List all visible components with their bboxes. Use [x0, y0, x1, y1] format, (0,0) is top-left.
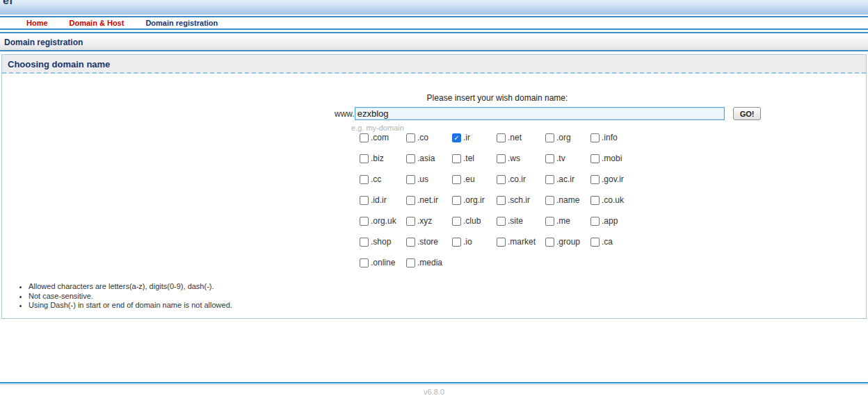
footer: v6.8.0 [0, 382, 868, 396]
checkbox-icon[interactable] [590, 238, 600, 247]
checkbox-icon[interactable] [590, 133, 600, 142]
tld-option-co[interactable]: .co [406, 133, 452, 154]
tld-option-group[interactable]: .group [545, 237, 590, 258]
checkbox-icon[interactable] [406, 175, 415, 184]
checkbox-icon[interactable] [497, 217, 506, 226]
checkbox-icon[interactable] [360, 238, 369, 247]
tld-option-net[interactable]: .net [497, 133, 545, 154]
tld-option-tel[interactable]: .tel [452, 154, 497, 174]
tld-option-site[interactable]: .site [497, 216, 545, 237]
checkbox-icon[interactable] [406, 258, 415, 267]
checkbox-icon[interactable] [406, 133, 415, 142]
checkbox-icon[interactable] [590, 196, 600, 205]
tld-option-org-uk[interactable]: .org.uk [360, 216, 406, 237]
tld-option-me[interactable]: .me [545, 216, 590, 237]
checkbox-icon[interactable] [452, 154, 461, 163]
checkbox-icon[interactable] [452, 175, 461, 184]
tld-option-gov-ir[interactable]: .gov.ir [590, 174, 646, 195]
choosing-domain-panel: Choosing domain name Please insert your … [1, 54, 867, 319]
tld-option-com[interactable]: .com [360, 133, 406, 154]
tld-option-io[interactable]: .io [452, 237, 497, 258]
checkbox-icon[interactable] [452, 196, 461, 205]
checkbox-icon[interactable] [360, 175, 369, 184]
tld-option-org[interactable]: .org [545, 133, 590, 154]
checkbox-icon[interactable] [497, 238, 506, 247]
tld-option-market[interactable]: .market [497, 237, 545, 258]
tld-option-net-ir[interactable]: .net.ir [406, 195, 452, 216]
tld-label: .tel [463, 154, 474, 164]
tld-option-ca[interactable]: .ca [590, 237, 646, 258]
tld-option-ac-ir[interactable]: .ac.ir [545, 174, 590, 195]
tld-label: .us [417, 174, 428, 185]
checkbox-icon[interactable] [590, 175, 600, 184]
checkbox-icon[interactable] [406, 154, 415, 163]
checkbox-icon[interactable] [545, 175, 554, 184]
tld-option-online[interactable]: .online [360, 258, 406, 279]
tld-option-media[interactable]: .media [406, 258, 452, 279]
domain-rules-list: Allowed characters are letters(a-z), dig… [19, 282, 232, 311]
tld-option-id-ir[interactable]: .id.ir [360, 195, 406, 216]
tld-option-tv[interactable]: .tv [545, 154, 590, 174]
tld-option-mobi[interactable]: .mobi [590, 154, 646, 174]
tld-option-name[interactable]: .name [545, 195, 590, 216]
tld-option-asia[interactable]: .asia [406, 154, 452, 174]
checkbox-checked-icon[interactable]: ✓ [452, 133, 461, 142]
checkbox-icon[interactable] [497, 175, 506, 184]
tld-option-info[interactable]: .info [590, 133, 646, 154]
tld-option-store[interactable]: .store [406, 237, 452, 258]
checkbox-icon[interactable] [360, 258, 369, 267]
checkbox-icon[interactable] [590, 217, 600, 226]
checkbox-icon[interactable] [545, 196, 554, 205]
domain-rule-item: Using Dash(-) in start or end of domain … [29, 301, 232, 311]
checkbox-icon[interactable] [360, 154, 369, 163]
tld-option-org-ir[interactable]: .org.ir [452, 195, 497, 216]
tld-option-app[interactable]: .app [590, 216, 646, 237]
nav-item-home[interactable]: Home [26, 19, 48, 27]
tld-label: .co.ir [508, 174, 526, 185]
checkbox-icon[interactable] [545, 154, 554, 163]
tld-option-co-ir[interactable]: .co.ir [497, 174, 545, 195]
tld-label: .sch.ir [508, 195, 530, 206]
checkbox-icon[interactable] [360, 196, 369, 205]
tld-label: .app [602, 216, 618, 226]
checkbox-icon[interactable] [545, 238, 554, 247]
checkbox-icon[interactable] [497, 133, 506, 142]
tld-option-co-uk[interactable]: .co.uk [590, 195, 646, 216]
checkbox-icon[interactable] [545, 217, 554, 226]
checkbox-icon[interactable] [406, 217, 415, 226]
tld-label: .club [463, 216, 481, 226]
tld-option-biz[interactable]: .biz [360, 154, 406, 174]
tld-label: .site [508, 216, 523, 226]
tld-option-ws[interactable]: .ws [497, 154, 545, 174]
tld-label: .ws [508, 154, 520, 164]
checkbox-icon[interactable] [545, 133, 554, 142]
tld-label: .shop [371, 237, 391, 247]
checkbox-icon[interactable] [452, 217, 461, 226]
checkbox-icon[interactable] [406, 196, 415, 205]
checkbox-icon[interactable] [360, 133, 369, 142]
tld-option-xyz[interactable]: .xyz [406, 216, 452, 237]
domain-rule-item: Not case-sensitive. [29, 292, 232, 302]
checkbox-icon[interactable] [497, 154, 506, 163]
tld-option-club[interactable]: .club [452, 216, 497, 237]
page-title: Domain registration [4, 38, 83, 47]
checkbox-icon[interactable] [360, 217, 369, 226]
tld-option-ir[interactable]: ✓.ir [452, 133, 497, 154]
domain-name-input[interactable] [355, 107, 725, 120]
tld-label: .mobi [602, 154, 622, 164]
tld-label: .net [508, 133, 522, 143]
go-button[interactable]: GO! [733, 107, 762, 120]
nav-item-domain-host[interactable]: Domain & Host [70, 19, 124, 27]
tld-label: .net.ir [417, 195, 438, 206]
checkbox-icon[interactable] [590, 154, 600, 163]
checkbox-icon[interactable] [452, 238, 461, 247]
panel-title: Choosing domain name [8, 59, 110, 69]
tld-option-shop[interactable]: .shop [360, 237, 406, 258]
tld-option-eu[interactable]: .eu [452, 174, 497, 195]
checkbox-icon[interactable] [406, 238, 415, 247]
checkbox-icon[interactable] [497, 196, 506, 205]
nav-item-domain-registration[interactable]: Domain registration [145, 19, 218, 27]
tld-option-cc[interactable]: .cc [360, 174, 406, 195]
tld-option-sch-ir[interactable]: .sch.ir [497, 195, 545, 216]
tld-option-us[interactable]: .us [406, 174, 452, 195]
